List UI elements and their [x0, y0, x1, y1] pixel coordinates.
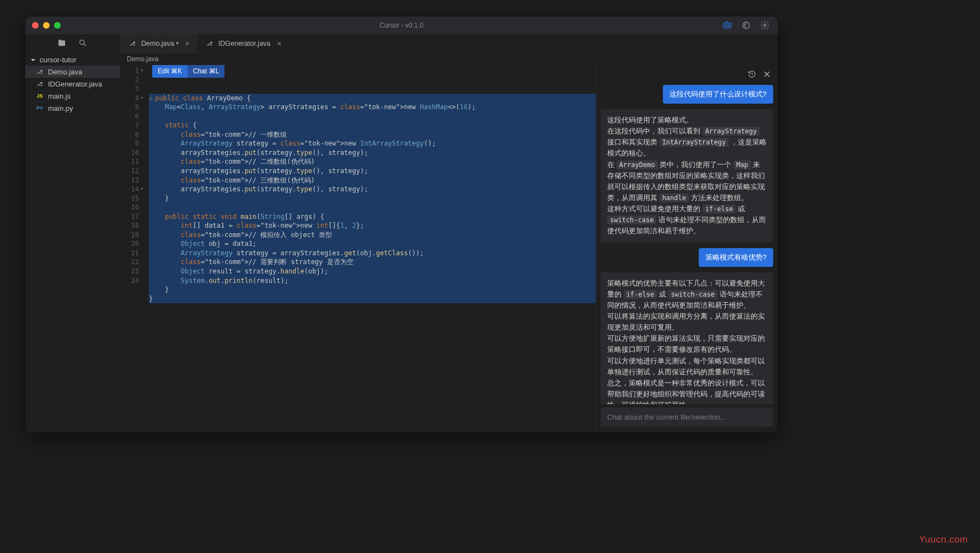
svg-point-5	[764, 24, 767, 27]
tree-root-label: cursor-tutor	[40, 56, 76, 64]
tree-item-label: main.py	[48, 104, 73, 112]
tree-item-label: IDGenerator.java	[48, 80, 102, 88]
svg-rect-0	[724, 23, 731, 28]
js-icon: JS	[35, 92, 44, 100]
svg-point-6	[80, 40, 84, 44]
titlebar: Cursor - v0.1.0	[25, 17, 778, 34]
user-message: 这段代码使用了什么设计模式?	[663, 85, 773, 104]
chat-messages: 这段代码使用了什么设计模式?这段代码使用了策略模式。在这段代码中，我们可以看到 …	[596, 85, 778, 404]
svg-point-1	[726, 25, 727, 26]
code-content[interactable]: Edit ⌘K Chat ⌘L ⚠public class ArrayDemo …	[144, 65, 596, 432]
app-window: Cursor - v0.1.0	[25, 17, 778, 432]
inline-action-popup: Edit ⌘K Chat ⌘L	[152, 65, 224, 78]
sidebar-item-main-py[interactable]: PYmain.py	[25, 102, 120, 114]
traffic-lights	[32, 22, 61, 29]
sidebar-item-main-js[interactable]: JSmain.js	[25, 90, 120, 102]
window-title: Cursor - v0.1.0	[379, 22, 423, 29]
folder-icon[interactable]	[57, 39, 66, 49]
gear-icon[interactable]	[760, 20, 770, 30]
branch-icon: ⎇	[35, 67, 44, 76]
svg-line-7	[84, 44, 85, 46]
chat-input[interactable]: Chat about the current file/selection...	[601, 407, 773, 427]
watermark: Yuucn.com	[919, 534, 968, 545]
user-message: 策略模式有啥优势?	[699, 248, 773, 267]
branch-icon: ⎇	[128, 39, 137, 48]
ai-icon[interactable]	[722, 20, 732, 30]
tree-root[interactable]: cursor-tutor	[25, 54, 120, 66]
main-area: ⎇Demo.java •×⎇IDGenerator.java× Demo.jav…	[120, 34, 778, 432]
ai-message: 策略模式的优势主要有以下几点：可以避免使用大量的 if-else 或 switc…	[601, 272, 773, 404]
line-gutter: 1▾234▾567891011121314▾151617181920212223…	[120, 65, 144, 432]
close-chat-icon[interactable]	[763, 70, 771, 80]
chat-action-button[interactable]: Chat ⌘L	[188, 65, 224, 78]
close-tab-icon[interactable]: ×	[275, 39, 283, 48]
branch-icon: ⎇	[205, 39, 214, 48]
minimize-window-button[interactable]	[43, 22, 50, 29]
breadcrumb: Demo.java	[120, 53, 778, 65]
tab-demo-java[interactable]: ⎇Demo.java •×	[120, 34, 197, 52]
code-editor[interactable]: 1▾234▾567891011121314▾151617181920212223…	[120, 65, 596, 432]
file-tree: cursor-tutor ⎇Demo.java⎇IDGenerator.java…	[25, 53, 120, 115]
branch-icon: ⎇	[35, 79, 44, 88]
close-window-button[interactable]	[32, 22, 39, 29]
sidebar-item-idgenerator-java[interactable]: ⎇IDGenerator.java	[25, 78, 120, 90]
tab-label: IDGenerator.java	[218, 40, 271, 47]
chevron-down-icon	[30, 57, 36, 63]
ai-message: 这段代码使用了策略模式。在这段代码中，我们可以看到 ArrayStrategy …	[601, 109, 773, 243]
tree-item-label: main.js	[48, 92, 71, 100]
search-icon[interactable]	[78, 39, 87, 49]
tabbar: ⎇Demo.java •×⎇IDGenerator.java×	[120, 34, 778, 53]
warning-icon: ⚠	[149, 94, 153, 102]
history-icon[interactable]	[748, 70, 756, 80]
svg-point-2	[728, 25, 729, 26]
tree-item-label: Demo.java	[48, 68, 82, 76]
tab-idgenerator-java[interactable]: ⎇IDGenerator.java×	[197, 34, 290, 52]
close-tab-icon[interactable]: ×	[183, 39, 192, 48]
sidebar: cursor-tutor ⎇Demo.java⎇IDGenerator.java…	[25, 34, 120, 432]
tab-label: Demo.java •	[141, 40, 179, 47]
circle-icon[interactable]	[741, 20, 751, 30]
sidebar-item-demo-java[interactable]: ⎇Demo.java	[25, 66, 120, 78]
edit-action-button[interactable]: Edit ⌘K	[152, 65, 188, 78]
chat-panel: 这段代码使用了什么设计模式?这段代码使用了策略模式。在这段代码中，我们可以看到 …	[596, 65, 778, 432]
py-icon: PY	[35, 104, 44, 112]
svg-point-4	[743, 22, 749, 29]
maximize-window-button[interactable]	[54, 22, 61, 29]
